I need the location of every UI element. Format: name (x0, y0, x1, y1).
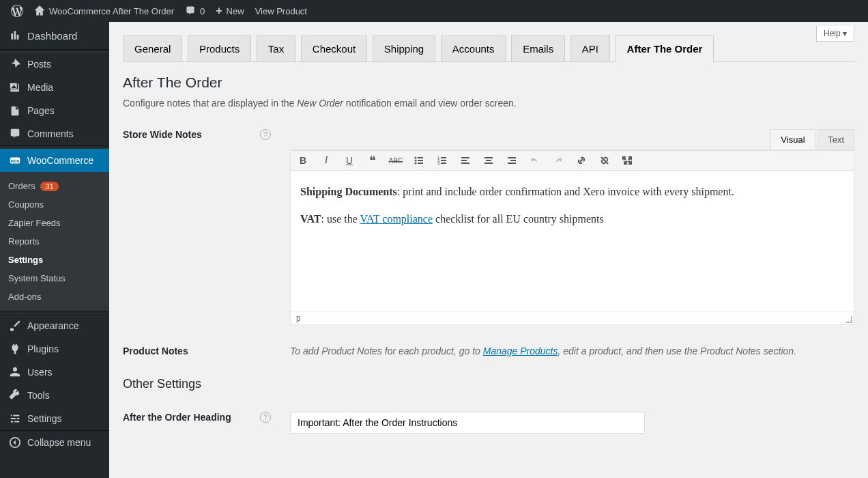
new-content[interactable]: + New (210, 0, 249, 22)
product-notes-description: To add Product Notes for each product, g… (290, 346, 854, 356)
svg-rect-14 (441, 163, 446, 164)
svg-rect-21 (508, 157, 516, 158)
sliders-icon (8, 412, 22, 425)
view-product[interactable]: View Product (250, 0, 313, 22)
svg-rect-6 (418, 160, 423, 161)
admin-sidebar: Dashboard Posts Media Pages Comments woo… (0, 22, 109, 461)
other-settings-heading: Other Settings (123, 377, 854, 391)
align-center-button[interactable] (482, 154, 495, 167)
svg-point-3 (415, 157, 417, 159)
sidebar-sub-orders[interactable]: Orders 31 (0, 177, 109, 195)
site-home[interactable]: WooCommerce After The Order (29, 0, 179, 22)
editor-content[interactable]: Shipping Documents: print and include or… (291, 171, 854, 311)
woocommerce-icon: woo (8, 154, 22, 167)
tab-products[interactable]: Products (188, 36, 251, 62)
sidebar-item-dashboard[interactable]: Dashboard (0, 22, 109, 49)
sidebar-item-pages[interactable]: Pages (0, 99, 109, 122)
editor-tab-text[interactable]: Text (818, 129, 854, 150)
row-product-notes: Product Notes To add Product Notes for e… (123, 346, 854, 356)
tab-emails[interactable]: Emails (511, 36, 565, 62)
bold-button[interactable]: B (296, 154, 310, 167)
page-content: Help ▾ General Products Tax Checkout Shi… (109, 22, 868, 461)
admin-bar: WooCommerce After The Order 0 + New View… (0, 0, 868, 22)
redo-button[interactable] (551, 154, 565, 167)
unlink-button[interactable] (598, 154, 611, 167)
plug-icon (8, 343, 22, 355)
align-left-button[interactable] (459, 154, 472, 167)
bullet-list-button[interactable] (412, 154, 426, 167)
home-icon (34, 5, 45, 16)
comment-icon (185, 5, 196, 16)
align-right-button[interactable] (505, 154, 519, 167)
sidebar-sub-zapier[interactable]: Zapier Feeds (0, 214, 109, 232)
italic-button[interactable]: I (319, 154, 333, 167)
svg-rect-15 (461, 157, 469, 158)
svg-rect-18 (484, 157, 493, 158)
tab-checkout[interactable]: Checkout (301, 36, 367, 62)
wp-logo[interactable] (5, 0, 29, 22)
sidebar-item-settings[interactable]: Settings (0, 407, 109, 430)
help-icon[interactable]: ? (260, 412, 271, 423)
svg-rect-20 (484, 163, 493, 164)
svg-rect-4 (418, 157, 423, 158)
sidebar-item-users[interactable]: Users (0, 361, 109, 384)
link-button[interactable] (575, 154, 588, 167)
after-order-heading-input[interactable] (290, 412, 645, 434)
comments-count: 0 (200, 6, 205, 16)
product-notes-label: Product Notes (123, 346, 188, 356)
tab-accounts[interactable]: Accounts (441, 36, 506, 62)
store-wide-notes-label: Store Wide Notes (123, 129, 202, 140)
manage-products-link[interactable]: Manage Products (483, 346, 558, 356)
tab-tax[interactable]: Tax (257, 36, 295, 62)
vat-compliance-link[interactable]: VAT compliance (360, 213, 433, 225)
new-label: New (227, 6, 244, 16)
svg-text:woo: woo (10, 158, 20, 163)
sidebar-sub-coupons[interactable]: Coupons (0, 195, 109, 214)
settings-tabs: General Products Tax Checkout Shipping A… (123, 22, 854, 62)
sidebar-item-posts[interactable]: Posts (0, 53, 109, 76)
sidebar-item-comments[interactable]: Comments (0, 122, 109, 145)
row-store-wide-notes: Store Wide Notes ? Visual Text B I U ❝ A… (123, 129, 854, 325)
sidebar-item-appearance[interactable]: Appearance (0, 314, 109, 337)
svg-rect-19 (486, 160, 491, 161)
editor-toolbar: B I U ❝ ABC 123 (291, 150, 854, 171)
fullscreen-button[interactable] (621, 154, 635, 167)
tab-general[interactable]: General (123, 36, 182, 62)
sidebar-item-media[interactable]: Media (0, 76, 109, 99)
svg-rect-17 (461, 163, 469, 164)
svg-rect-8 (418, 163, 423, 164)
tab-api[interactable]: API (570, 36, 610, 62)
help-icon[interactable]: ? (260, 129, 271, 140)
underline-button[interactable]: U (343, 154, 356, 167)
numbered-list-button[interactable]: 123 (435, 154, 449, 167)
resize-handle[interactable] (845, 316, 852, 323)
sidebar-sub-reports[interactable]: Reports (0, 232, 109, 251)
sidebar-sub-addons[interactable]: Add-ons (0, 287, 109, 306)
editor-path: p (296, 313, 301, 323)
woocommerce-submenu: Orders 31 Coupons Zapier Feeds Reports S… (0, 172, 109, 311)
sidebar-item-woocommerce[interactable]: woo WooCommerce (0, 149, 109, 172)
tab-after-the-order[interactable]: After The Order (616, 36, 714, 62)
pages-icon (8, 104, 22, 117)
wrench-icon (8, 389, 22, 402)
sidebar-sub-settings[interactable]: Settings (0, 251, 109, 269)
tab-shipping[interactable]: Shipping (373, 36, 435, 62)
strikethrough-button[interactable]: ABC (389, 154, 403, 167)
comments-bubble[interactable]: 0 (179, 0, 210, 22)
sidebar-sub-system-status[interactable]: System Status (0, 269, 109, 287)
sidebar-collapse[interactable]: Collapse menu (0, 430, 109, 453)
sidebar-item-tools[interactable]: Tools (0, 384, 109, 407)
pin-icon (8, 58, 22, 70)
sidebar-item-plugins[interactable]: Plugins (0, 337, 109, 361)
collapse-icon (8, 436, 22, 449)
blockquote-button[interactable]: ❝ (366, 154, 379, 167)
site-name: WooCommerce After The Order (49, 6, 174, 16)
wordpress-icon (11, 5, 23, 17)
editor-tab-visual[interactable]: Visual (770, 129, 815, 150)
help-tab[interactable]: Help ▾ (816, 26, 854, 42)
wysiwyg-editor: B I U ❝ ABC 123 Shippin (290, 150, 854, 325)
dashboard-icon (8, 29, 22, 42)
comments-icon (8, 128, 22, 140)
undo-button[interactable] (528, 154, 542, 167)
after-order-heading-label: After the Order Heading (123, 412, 231, 423)
